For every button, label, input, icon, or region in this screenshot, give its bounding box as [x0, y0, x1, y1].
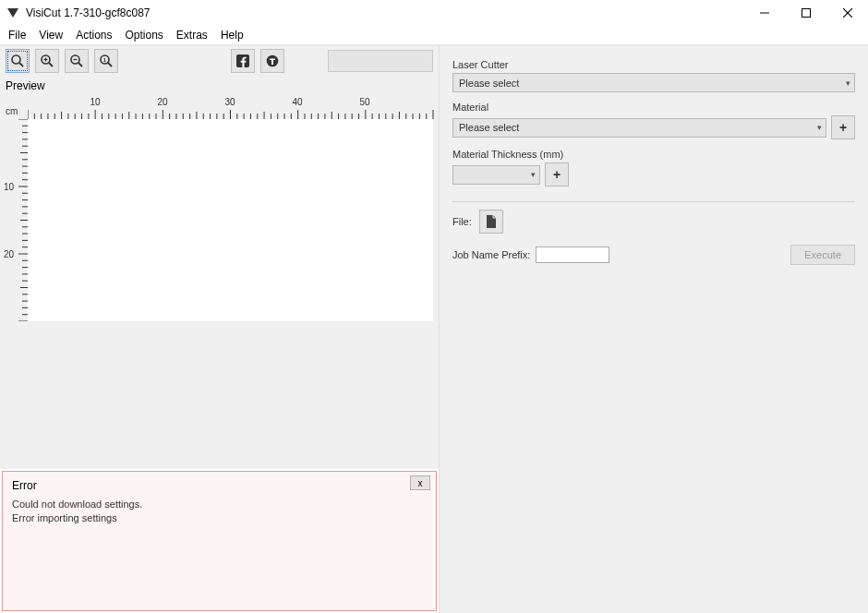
ruler-y-10: 10	[4, 182, 14, 192]
ruler-unit: cm	[6, 106, 18, 116]
close-button[interactable]	[826, 0, 868, 26]
divider	[452, 201, 855, 202]
preview-label: Preview	[0, 77, 439, 93]
svg-line-15	[108, 63, 112, 66]
horizontal-ruler: cm 10 20 30 4	[0, 93, 439, 119]
svg-point-5	[12, 55, 20, 64]
material-label: Material	[452, 102, 855, 113]
titlebar: VisiCut 1.7-310-gcf8c087	[0, 0, 868, 26]
chevron-down-icon: ▾	[531, 170, 536, 179]
ruler-x-30: 30	[224, 97, 235, 107]
menu-help[interactable]: Help	[214, 27, 250, 43]
zoom-in-button[interactable]	[35, 49, 59, 73]
ruler-x-40: 40	[292, 97, 302, 107]
facebook-button[interactable]	[231, 49, 255, 73]
minimize-button[interactable]	[743, 0, 785, 26]
thickness-label: Material Thickness (mm)	[452, 149, 855, 160]
thingiverse-button[interactable]	[260, 49, 284, 73]
error-close-button[interactable]: x	[410, 475, 430, 490]
window-title: VisiCut 1.7-310-gcf8c087	[26, 6, 151, 19]
add-thickness-button[interactable]: +	[545, 162, 569, 186]
ruler-x-50: 50	[359, 97, 369, 107]
ruler-x-10: 10	[90, 97, 100, 107]
vertical-ruler: 10 20	[0, 119, 28, 321]
menu-actions[interactable]: Actions	[69, 27, 118, 43]
ruler-y-20: 20	[4, 249, 14, 259]
left-pane: 1 Preview cm	[0, 45, 440, 613]
main-split: 1 Preview cm	[0, 45, 868, 613]
zoom-actual-button[interactable]: 1	[94, 49, 118, 73]
menu-extras[interactable]: Extras	[170, 27, 214, 43]
progress-indicator	[328, 50, 433, 72]
window-controls	[743, 0, 868, 26]
job-name-label: Job Name Prefix:	[452, 249, 530, 260]
svg-line-8	[49, 63, 53, 66]
laser-cutter-value: Please select	[459, 78, 519, 89]
chevron-down-icon: ▾	[846, 78, 850, 88]
preview-area: cm 10 20 30 4	[0, 93, 439, 321]
zoom-fit-button[interactable]	[6, 49, 30, 73]
svg-text:1: 1	[103, 57, 107, 63]
svg-rect-2	[802, 9, 810, 18]
zoom-out-button[interactable]	[65, 49, 89, 73]
left-spacer	[0, 321, 439, 469]
material-select[interactable]: Please select ▾	[452, 118, 826, 138]
thickness-select[interactable]: ▾	[452, 165, 540, 185]
maximize-button[interactable]	[785, 0, 826, 26]
menu-options[interactable]: Options	[119, 27, 170, 43]
svg-marker-0	[7, 8, 18, 18]
laser-cutter-label: Laser Cutter	[452, 59, 855, 70]
open-file-button[interactable]	[479, 210, 503, 234]
app-icon	[6, 6, 20, 20]
right-pane: Laser Cutter Please select ▾ Material Pl…	[440, 45, 868, 613]
menu-view[interactable]: View	[32, 27, 69, 43]
ruler-x-20: 20	[157, 97, 167, 107]
svg-line-12	[78, 63, 82, 66]
svg-line-6	[19, 63, 23, 66]
preview-canvas[interactable]	[28, 119, 433, 321]
material-value: Please select	[459, 122, 519, 133]
job-name-input[interactable]	[536, 246, 609, 263]
add-material-button[interactable]: +	[831, 115, 855, 139]
error-title: Error	[12, 479, 427, 492]
menubar: File View Actions Options Extras Help	[0, 26, 868, 45]
error-message: Could not download settings. Error impor…	[12, 498, 427, 526]
file-label: File:	[452, 216, 472, 227]
laser-cutter-select[interactable]: Please select ▾	[452, 73, 855, 92]
error-panel: x Error Could not download settings. Err…	[2, 471, 437, 611]
chevron-down-icon: ▾	[817, 123, 822, 132]
menu-file[interactable]: File	[2, 27, 32, 43]
execute-button[interactable]: Execute	[790, 245, 855, 265]
toolbar: 1	[0, 45, 439, 77]
